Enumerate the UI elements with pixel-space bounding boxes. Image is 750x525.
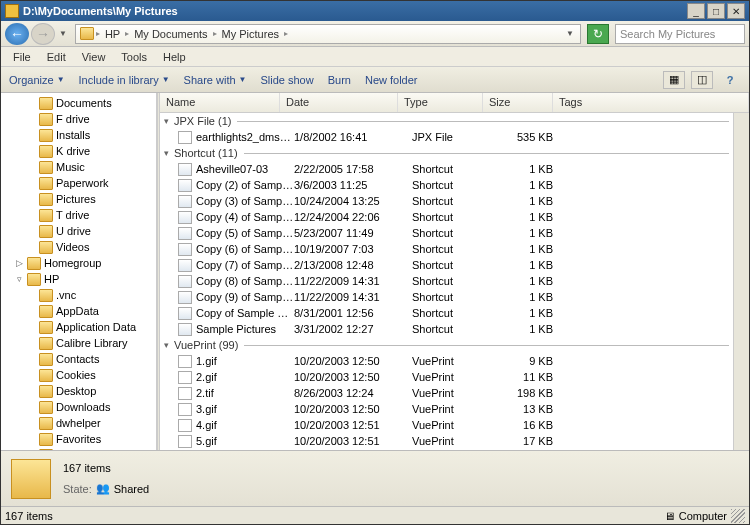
file-row[interactable]: Copy (6) of Sample Pi...10/19/2007 7:03S… — [160, 241, 733, 257]
file-row[interactable]: 2.tif8/26/2003 12:24VuePrint198 KB — [160, 385, 733, 401]
tree-item[interactable]: Pictures — [1, 191, 156, 207]
tree-item[interactable]: Cookies — [1, 367, 156, 383]
sc-icon — [178, 227, 192, 240]
menu-help[interactable]: Help — [155, 49, 194, 65]
col-tags[interactable]: Tags — [553, 93, 749, 112]
menu-edit[interactable]: Edit — [39, 49, 74, 65]
col-date[interactable]: Date — [280, 93, 398, 112]
minimize-button[interactable]: _ — [687, 3, 705, 19]
refresh-button[interactable]: ↻ — [587, 24, 609, 44]
file-name: Copy (2) of Sample Pi... — [196, 179, 294, 191]
file-row[interactable]: Copy (5) of Sample Pi...5/23/2007 11:49S… — [160, 225, 733, 241]
address-bar[interactable]: ▸ HP ▸ My Documents ▸ My Pictures ▸ ▼ — [75, 24, 581, 44]
img-icon — [178, 131, 192, 144]
tree-item[interactable]: dwhelper — [1, 415, 156, 431]
tree-item[interactable]: ▷Homegroup — [1, 255, 156, 271]
tree-item[interactable]: Paperwork — [1, 175, 156, 191]
chevron-right-icon[interactable]: ▸ — [94, 29, 102, 38]
titlebar: D:\MyDocuments\My Pictures _ □ ✕ — [1, 1, 749, 21]
expand-icon[interactable]: ▷ — [15, 258, 24, 268]
file-row[interactable]: earthlights2_dmsp_bi...1/8/2002 16:41JPX… — [160, 129, 733, 145]
file-size: 1 KB — [497, 163, 553, 175]
menu-tools[interactable]: Tools — [113, 49, 155, 65]
search-input[interactable]: Search My Pictures — [615, 24, 745, 44]
folder-icon — [39, 369, 53, 382]
tree-item[interactable]: T drive — [1, 207, 156, 223]
preview-pane-icon[interactable]: ◫ — [691, 71, 713, 89]
collapse-icon[interactable]: ▾ — [164, 340, 174, 350]
burn-button[interactable]: Burn — [328, 74, 351, 86]
tree-item[interactable]: AppData — [1, 303, 156, 319]
file-rows[interactable]: ▾JPX File (1)earthlights2_dmsp_bi...1/8/… — [160, 113, 733, 450]
tree-item[interactable]: Videos — [1, 239, 156, 255]
col-name[interactable]: Name — [160, 93, 280, 112]
addr-dropdown-icon[interactable]: ▼ — [566, 29, 574, 38]
file-row[interactable]: Copy (7) of Sample Pi...2/13/2008 12:48S… — [160, 257, 733, 273]
sc-icon — [178, 243, 192, 256]
include-button[interactable]: Include in library▼ — [79, 74, 170, 86]
file-row[interactable]: Copy (2) of Sample Pi...3/6/2003 11:25Sh… — [160, 177, 733, 193]
maximize-button[interactable]: □ — [707, 3, 725, 19]
chevron-right-icon[interactable]: ▸ — [123, 29, 131, 38]
tree-item[interactable]: Installs — [1, 127, 156, 143]
tree-item[interactable]: Downloads — [1, 399, 156, 415]
menu-bar: File Edit View Tools Help — [1, 47, 749, 67]
help-icon[interactable]: ? — [719, 71, 741, 89]
file-row[interactable]: 5.gif10/20/2003 12:51VuePrint17 KB — [160, 433, 733, 449]
tree-item[interactable]: Music — [1, 159, 156, 175]
tree-item[interactable]: ▿HP — [1, 271, 156, 287]
menu-view[interactable]: View — [74, 49, 114, 65]
resize-grip-icon[interactable] — [731, 509, 745, 523]
nav-tree[interactable]: DocumentsF driveInstallsK driveMusicPape… — [1, 93, 157, 450]
file-row[interactable]: 2.gif10/20/2003 12:50VuePrint11 KB — [160, 369, 733, 385]
collapse-icon[interactable]: ▾ — [164, 116, 174, 126]
chevron-right-icon[interactable]: ▸ — [211, 29, 219, 38]
col-type[interactable]: Type — [398, 93, 483, 112]
file-row[interactable]: Copy (3) of Sample Pi...10/24/2004 13:25… — [160, 193, 733, 209]
col-size[interactable]: Size — [483, 93, 553, 112]
scrollbar[interactable] — [733, 113, 749, 450]
breadcrumb[interactable]: My Pictures — [219, 28, 282, 40]
tree-item[interactable]: Application Data — [1, 319, 156, 335]
group-header[interactable]: ▾JPX File (1) — [160, 113, 733, 129]
tree-item[interactable]: Favorites — [1, 431, 156, 447]
tree-item[interactable]: F drive — [1, 111, 156, 127]
collapse-icon[interactable]: ▾ — [164, 148, 174, 158]
file-row[interactable]: 4.gif10/20/2003 12:51VuePrint16 KB — [160, 417, 733, 433]
newfolder-button[interactable]: New folder — [365, 74, 418, 86]
file-row[interactable]: Sample Pictures3/31/2002 12:27Shortcut1 … — [160, 321, 733, 337]
tree-item[interactable]: .vnc — [1, 287, 156, 303]
group-header[interactable]: ▾VuePrint (99) — [160, 337, 733, 353]
chevron-right-icon[interactable]: ▸ — [282, 29, 290, 38]
breadcrumb[interactable]: HP — [102, 28, 123, 40]
back-button[interactable]: ← — [5, 23, 29, 45]
group-header[interactable]: ▾Shortcut (11) — [160, 145, 733, 161]
tree-item[interactable]: Calibre Library — [1, 335, 156, 351]
tree-item[interactable]: K drive — [1, 143, 156, 159]
file-row[interactable]: 1.gif10/20/2003 12:50VuePrint9 KB — [160, 353, 733, 369]
folder-icon — [39, 177, 53, 190]
tree-item[interactable]: Documents — [1, 95, 156, 111]
expand-icon[interactable]: ▿ — [15, 274, 24, 284]
file-row[interactable]: Asheville07-032/22/2005 17:58Shortcut1 K… — [160, 161, 733, 177]
tree-item[interactable]: Desktop — [1, 383, 156, 399]
file-row[interactable]: Copy (9) of Sample Pi...11/22/2009 14:31… — [160, 289, 733, 305]
file-row[interactable]: Copy (8) of Sample Pi...11/22/2009 14:31… — [160, 273, 733, 289]
file-row[interactable]: Copy of Sample Pictures8/31/2001 12:56Sh… — [160, 305, 733, 321]
close-button[interactable]: ✕ — [727, 3, 745, 19]
slideshow-button[interactable]: Slide show — [260, 74, 313, 86]
tree-item[interactable]: U drive — [1, 223, 156, 239]
history-dropdown-icon[interactable]: ▼ — [59, 29, 67, 38]
breadcrumb[interactable]: My Documents — [131, 28, 210, 40]
share-button[interactable]: Share with▼ — [184, 74, 247, 86]
file-name: Copy of Sample Pictures — [196, 307, 294, 319]
organize-button[interactable]: Organize▼ — [9, 74, 65, 86]
tree-item[interactable]: Contacts — [1, 351, 156, 367]
file-row[interactable]: Copy (4) of Sample Pi...12/24/2004 22:06… — [160, 209, 733, 225]
item-count: 167 items — [63, 462, 149, 474]
forward-button[interactable]: → — [31, 23, 55, 45]
menu-file[interactable]: File — [5, 49, 39, 65]
vp-icon — [178, 419, 192, 432]
view-mode-icon[interactable]: ▦ — [663, 71, 685, 89]
file-row[interactable]: 3.gif10/20/2003 12:50VuePrint13 KB — [160, 401, 733, 417]
